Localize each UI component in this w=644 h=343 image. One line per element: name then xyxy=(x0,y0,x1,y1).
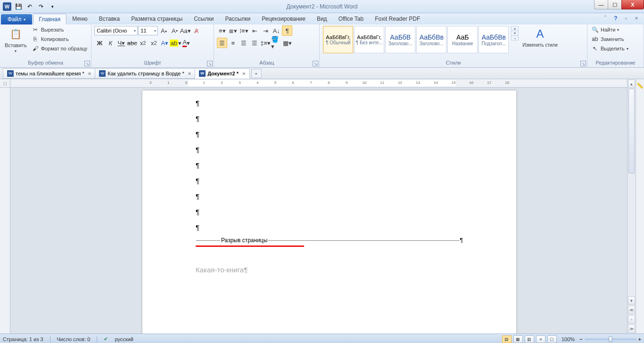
text-effects-icon[interactable]: A▾ xyxy=(159,38,170,48)
format-painter-button[interactable]: 🖌Формат по образцу xyxy=(31,44,89,53)
web-layout-view-icon[interactable]: ▥ xyxy=(525,335,534,343)
shading-icon[interactable]: 🪣▾ xyxy=(271,38,281,48)
clipboard-launcher[interactable]: ↘ xyxy=(84,61,90,66)
style-item[interactable]: АаБНазвание xyxy=(447,26,478,53)
paragraph[interactable] xyxy=(196,157,463,173)
draft-view-icon[interactable]: ▢ xyxy=(547,335,557,343)
ruler-corner[interactable]: ◻ xyxy=(0,79,10,88)
style-item[interactable]: АаБбВвПодзагол... xyxy=(479,26,509,53)
font-size-combo[interactable]: 11 xyxy=(138,26,158,35)
find-button[interactable]: 🔍Найти▾ xyxy=(590,25,629,34)
ribbon-tab[interactable]: Foxit Reader PDF xyxy=(369,14,426,24)
subscript-icon[interactable]: x2 xyxy=(138,38,148,48)
paragraph[interactable] xyxy=(196,142,463,157)
document-canvas[interactable]: Разрыв страницы ¶ Какая-то-книга¶ xyxy=(10,88,627,334)
document-tab[interactable]: WДокумент2 *× xyxy=(195,68,249,79)
font-name-combo[interactable]: Calibri (Осно xyxy=(94,26,138,35)
style-item[interactable]: АаБбВЗаголово... xyxy=(385,26,415,53)
zoom-out-icon[interactable]: − xyxy=(579,336,582,342)
copy-button[interactable]: ⎘Копировать xyxy=(31,35,89,43)
sort-icon[interactable]: A↓ xyxy=(271,25,281,36)
numbering-icon[interactable]: ≣▾ xyxy=(228,25,238,36)
style-item[interactable]: АаБбВвГг,¶ Без инте... xyxy=(354,26,384,53)
next-page-icon[interactable]: ≫ xyxy=(628,325,635,333)
underline-icon[interactable]: Ч▾ xyxy=(116,38,126,48)
ribbon-tab[interactable]: Office Tab xyxy=(333,14,370,24)
outline-view-icon[interactable]: ≡ xyxy=(536,335,545,343)
save-icon[interactable]: 💾 xyxy=(13,1,24,12)
shrink-font-icon[interactable]: A▾ xyxy=(169,25,180,36)
status-page[interactable]: Страница: 1 из 3 xyxy=(3,336,43,342)
paragraph[interactable] xyxy=(196,188,463,204)
scroll-up-icon[interactable]: ▴ xyxy=(628,80,635,88)
help-icon[interactable]: ? xyxy=(612,15,619,22)
scroll-thumb[interactable] xyxy=(628,89,635,173)
browse-object-icon[interactable]: ◦ xyxy=(628,315,635,324)
align-left-icon[interactable]: ☰ xyxy=(217,38,227,48)
paragraph[interactable] xyxy=(196,173,463,188)
zoom-slider[interactable] xyxy=(585,338,636,340)
status-words[interactable]: Число слов: 0 xyxy=(57,336,91,342)
close-child-icon[interactable]: × xyxy=(633,15,640,22)
select-button[interactable]: ↖Выделить▾ xyxy=(590,44,629,53)
ribbon-tab[interactable]: Главная xyxy=(33,14,67,24)
cut-button[interactable]: ✂Вырезать xyxy=(31,25,89,34)
strikethrough-icon[interactable]: abc xyxy=(127,38,137,48)
close-tab-icon[interactable]: × xyxy=(86,71,91,76)
show-hide-pilcrow-icon[interactable]: ¶ xyxy=(282,25,292,36)
highlight-icon[interactable]: ab▾ xyxy=(170,38,181,48)
vertical-scrollbar[interactable]: ▴ ▾ ≪ ◦ ≫ xyxy=(627,79,636,334)
italic-icon[interactable]: К xyxy=(105,38,116,48)
new-tab-button[interactable]: ▫ xyxy=(251,69,262,78)
paragraph[interactable] xyxy=(196,220,463,235)
decrease-indent-icon[interactable]: ⇤ xyxy=(249,25,260,36)
spellcheck-icon[interactable]: ✔ xyxy=(104,336,108,342)
paragraph[interactable] xyxy=(196,126,463,142)
qat-customize-icon[interactable]: ▾ xyxy=(47,1,58,12)
paste-button[interactable]: 📋 Вставить ▾ xyxy=(3,25,29,54)
paragraph[interactable] xyxy=(196,204,463,220)
clear-formatting-icon[interactable]: A̷ xyxy=(191,25,201,36)
close-tab-icon[interactable]: × xyxy=(240,71,245,76)
vertical-ruler[interactable] xyxy=(0,88,10,334)
replace-button[interactable]: abЗаменить xyxy=(590,35,629,43)
style-item[interactable]: АаБбВвГг,¶ Обычный xyxy=(323,26,353,53)
ribbon-tab[interactable]: Вид xyxy=(311,14,333,24)
line-spacing-icon[interactable]: ‡≡▾ xyxy=(260,38,271,48)
print-layout-view-icon[interactable]: ▤ xyxy=(502,335,512,343)
justify-icon[interactable]: ☰ xyxy=(249,38,260,48)
status-language[interactable]: русский xyxy=(115,336,133,342)
paragraph[interactable] xyxy=(196,95,463,111)
font-launcher[interactable]: ↘ xyxy=(207,61,213,66)
document-tab[interactable]: Wтемы на ближайшее время *× xyxy=(3,68,95,79)
borders-icon[interactable]: ▦▾ xyxy=(282,38,292,48)
grow-font-icon[interactable]: A▴ xyxy=(158,25,169,36)
prev-page-icon[interactable]: ≪ xyxy=(628,306,635,314)
change-styles-button[interactable]: A Изменить стили xyxy=(520,25,559,49)
ribbon-tab[interactable]: Ссылки xyxy=(188,14,219,24)
multilevel-icon[interactable]: ⁞≡▾ xyxy=(239,25,249,36)
bullets-icon[interactable]: ≡▾ xyxy=(217,25,227,36)
style-item[interactable]: АаБбВвЗаголово... xyxy=(416,26,446,53)
font-color-icon[interactable]: A▾ xyxy=(181,38,191,48)
minimize-ribbon-icon[interactable]: ˇ xyxy=(602,15,609,22)
scroll-down-icon[interactable]: ▾ xyxy=(628,296,635,305)
styles-gallery-scroll[interactable]: ▴▾⌄ xyxy=(511,26,519,41)
horizontal-ruler[interactable]: 210123456789101112131415161718 xyxy=(10,79,627,88)
ribbon-tab[interactable]: Вставка xyxy=(93,14,126,24)
redo-icon[interactable]: ↷ xyxy=(36,1,46,12)
ribbon-tab[interactable]: Рассылки xyxy=(219,14,256,24)
restore-window-icon[interactable]: ▫ xyxy=(622,15,630,22)
ruler-toggle-icon[interactable]: 📏 xyxy=(636,80,644,91)
align-center-icon[interactable]: ≡ xyxy=(228,38,238,48)
close-button[interactable]: X xyxy=(621,0,644,9)
ribbon-tab[interactable]: Меню xyxy=(66,14,93,24)
paragraph[interactable] xyxy=(196,111,463,126)
maximize-button[interactable]: ▢ xyxy=(608,0,622,9)
paragraph-launcher[interactable]: ↘ xyxy=(313,61,318,66)
zoom-in-icon[interactable]: + xyxy=(638,336,641,342)
close-tab-icon[interactable]: × xyxy=(186,71,191,76)
styles-launcher[interactable]: ↘ xyxy=(580,61,586,66)
fullscreen-reading-view-icon[interactable]: ▦ xyxy=(513,335,523,343)
align-right-icon[interactable]: ☰ xyxy=(239,38,249,48)
